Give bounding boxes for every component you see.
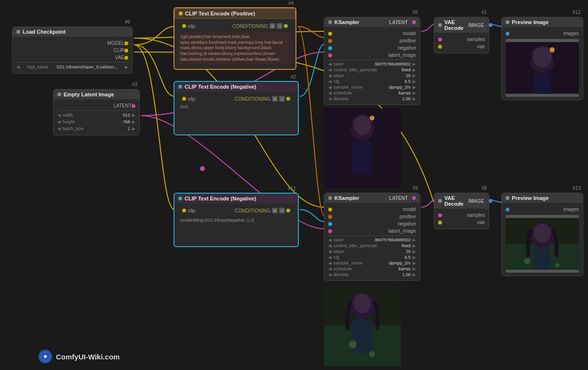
control-left-arrow[interactable]: ◀ <box>328 67 332 72</box>
sampler-right-arrow[interactable]: ▶ <box>413 85 416 90</box>
output-row-vae: VAE <box>16 54 128 61</box>
node-body: samples vae <box>434 33 489 53</box>
brand-text: ComfyUI-Wiki.com <box>56 353 120 361</box>
text-label: text <box>178 103 294 110</box>
node-body: images <box>502 27 583 100</box>
ksampler-bottom-node: #9 KSampler LATENT model positive negati… <box>324 193 420 281</box>
samples-input-connector <box>438 213 442 217</box>
node-body: LATENT ◀ width 512 ▶ ◀ height 768 ▶ ◀ ba… <box>53 99 139 135</box>
seed-left-arrow[interactable]: ◀ <box>328 238 332 242</box>
node-title: KSampler LATENT <box>324 17 420 27</box>
svg-rect-15 <box>534 73 551 94</box>
denoise-left-arrow[interactable]: ◀ <box>328 96 332 101</box>
samples-input-connector <box>438 38 442 41</box>
latent-output-connector <box>132 104 135 108</box>
input-latent: latent_image <box>328 52 416 59</box>
image-output-connector <box>489 199 493 203</box>
model-input-connector <box>328 32 332 36</box>
connector-bar: clip CONDITIONING ⊞ ⊡ <box>178 22 292 30</box>
seed-right-arrow[interactable]: ▶ <box>413 62 416 66</box>
svg-point-12 <box>369 351 375 357</box>
empty-latent-image-node: #3 Empty Latent Image LATENT ◀ width 512… <box>53 89 140 135</box>
node-body: model positive negative latent_image ◀ s… <box>324 203 420 280</box>
node-title: VAE Decode IMAGE <box>434 193 489 209</box>
preview-image-display <box>506 39 579 97</box>
cfg-left-arrow[interactable]: ◀ <box>328 79 332 84</box>
positive-input-connector <box>328 39 332 43</box>
scheduler-left-arrow[interactable]: ◀ <box>328 91 332 95</box>
width-right-arrow[interactable]: ▶ <box>132 113 135 118</box>
latent-input-connector <box>328 53 332 57</box>
seed-left-arrow[interactable]: ◀ <box>328 62 332 66</box>
node-body: clip CONDITIONING ⊞ ⊡ 1girl,jewelry,hair… <box>174 19 295 69</box>
input-model: model <box>328 206 416 213</box>
height-right-arrow[interactable]: ▶ <box>132 119 135 124</box>
svg-rect-21 <box>535 248 550 270</box>
images-input-connector <box>506 32 509 36</box>
ckpt-left-arrow[interactable]: ◀ <box>16 65 20 69</box>
preview-image-display <box>506 215 579 273</box>
node-body: clip CONDITIONING ⊞ ⊡ (embedding:SD1.5\E… <box>174 203 298 246</box>
node-number: #6 <box>125 19 130 25</box>
batch-left-arrow[interactable]: ◀ <box>57 126 61 131</box>
node-status-dot <box>506 20 509 24</box>
clip-input-connector <box>182 209 186 212</box>
brand-watermark: ComfyUI-Wiki.com <box>39 350 120 363</box>
cfg-right-arrow[interactable]: ▶ <box>413 79 416 84</box>
svg-point-10 <box>354 294 371 313</box>
sampler-left-arrow[interactable]: ◀ <box>328 85 332 90</box>
svg-point-23 <box>524 258 530 264</box>
node-body: samples vae <box>434 209 489 229</box>
node-status-dot <box>178 197 182 200</box>
node-number: #12 <box>573 10 581 15</box>
ckpt-right-arrow[interactable]: ▶ <box>125 65 128 69</box>
output-row-latent: LATENT <box>57 102 135 109</box>
node-number: #1 <box>481 10 487 15</box>
conditioning-output-connector <box>284 24 288 28</box>
brand-icon <box>39 350 52 363</box>
model-input-connector <box>328 208 332 211</box>
negative-input-connector <box>328 222 332 226</box>
control-right-arrow[interactable]: ▶ <box>413 67 416 72</box>
conditioning-output-connector <box>286 209 290 212</box>
seed-right-arrow[interactable]: ▶ <box>413 238 416 242</box>
scheduler-row: ◀ scheduler karras ▶ <box>328 90 416 96</box>
preview-image-top-node: #12 Preview Image images <box>501 17 583 100</box>
svg-point-24 <box>555 263 560 267</box>
node-status-dot <box>179 12 183 15</box>
input-negative: negative <box>328 220 416 227</box>
node-status-dot <box>57 92 61 96</box>
node-status-dot <box>506 196 509 200</box>
batch-right-arrow[interactable]: ▶ <box>132 126 135 131</box>
ckpt-param-row: ◀ ckpt_name SD1.5dreamshaper_8.safeten..… <box>16 64 128 70</box>
preview-image-content-top <box>324 108 401 188</box>
negative-prompt-text2[interactable]: (embedding:SD1.5\EasyNegative,:1.2) <box>178 216 294 242</box>
steps-right-arrow[interactable]: ▶ <box>413 73 416 78</box>
control-row: ◀ control_after_generate fixed ▶ <box>328 243 416 249</box>
node-title: CLIP Text Encode (Negative) <box>174 82 298 92</box>
badge1: ⊞ <box>272 208 278 213</box>
preview-image-content-bottom <box>324 287 401 366</box>
ksampler-preview-image-top <box>324 108 401 188</box>
seed-row: ◀ seed 360757864895502 ▶ <box>328 237 416 243</box>
height-left-arrow[interactable]: ◀ <box>57 119 61 124</box>
steps-left-arrow[interactable]: ◀ <box>328 73 332 78</box>
badge1: ⊞ <box>269 23 275 29</box>
clip-input-connector <box>182 24 186 28</box>
separator <box>57 110 135 111</box>
badge2: ⊡ <box>277 23 282 29</box>
scheduler-right-arrow[interactable]: ▶ <box>413 91 416 95</box>
denoise-right-arrow[interactable]: ▶ <box>413 96 416 101</box>
node-body: model positive negative latent_image ◀ s… <box>324 27 420 105</box>
vae-decode-bottom-node: #8 VAE Decode IMAGE samples vae <box>434 193 489 229</box>
svg-point-5 <box>370 116 374 120</box>
denoise-row: ◀ denoise 1.00 ▶ <box>328 96 416 102</box>
negative-prompt-text[interactable] <box>178 111 294 131</box>
width-left-arrow[interactable]: ◀ <box>57 113 61 118</box>
images-input-connector <box>506 208 509 211</box>
ksampler-top-node: #5 KSampler LATENT model positive negati… <box>324 17 420 105</box>
scheduler-row: ◀ scheduler karras ▶ <box>328 266 416 272</box>
node-number: #8 <box>481 185 487 191</box>
clip-text-encode-negative2-node: #11 CLIP Text Encode (Negative) clip CON… <box>174 193 299 247</box>
positive-prompt-text[interactable]: 1girl,jewelry,hair ornament,solo,blue ey… <box>178 32 292 64</box>
